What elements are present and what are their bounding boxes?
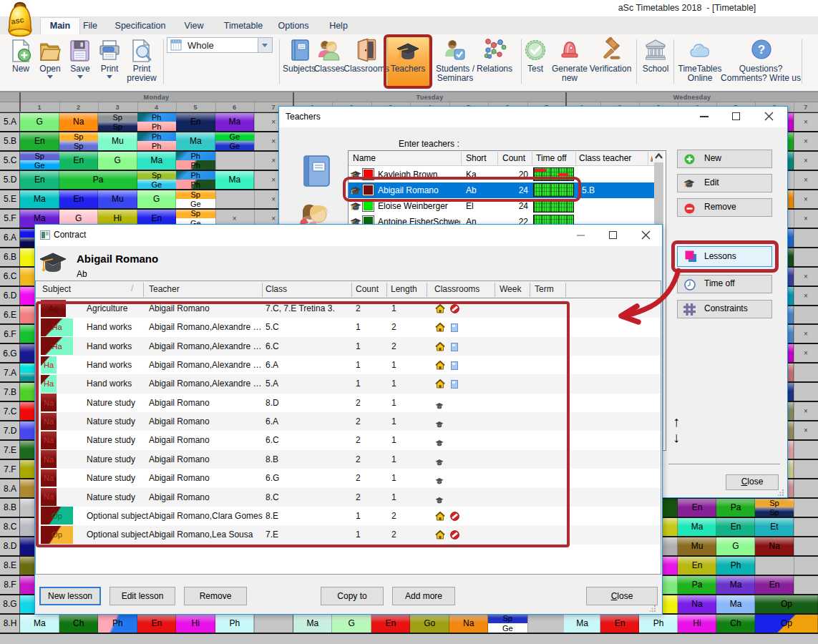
- svg-text:?: ?: [758, 43, 765, 57]
